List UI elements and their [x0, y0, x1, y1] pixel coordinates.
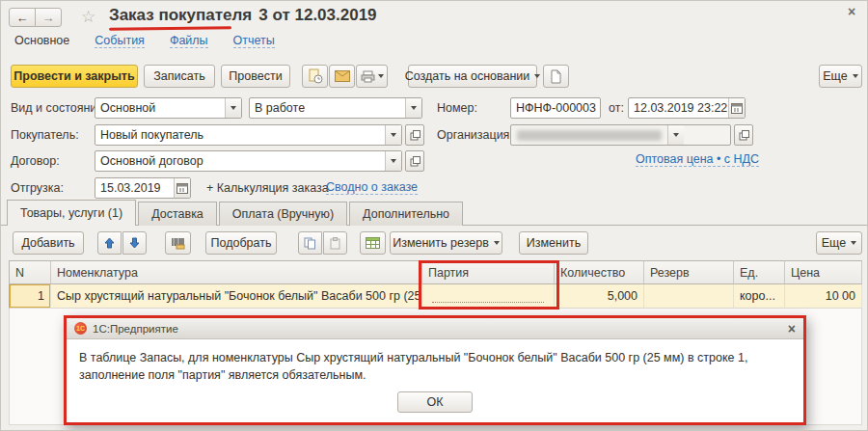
tab-label: Доставка	[151, 207, 203, 221]
date-calendar-button[interactable]	[728, 98, 745, 118]
cell-n[interactable]: 1	[9, 284, 51, 309]
number-label: Номер:	[437, 97, 477, 119]
col-header-unit[interactable]: Ед.	[734, 260, 785, 284]
dialog-ok-button[interactable]: ОК	[397, 391, 473, 413]
cell-reserve[interactable]	[644, 284, 734, 309]
move-up-button[interactable]	[97, 231, 122, 255]
col-header-n[interactable]: N	[9, 260, 51, 284]
cell-batch[interactable]	[422, 284, 555, 309]
1c-logo-icon: 1С	[74, 322, 87, 335]
items-more-dropdown-icon	[851, 241, 856, 245]
copy-row-button[interactable]	[298, 231, 322, 255]
calendar-icon	[176, 182, 188, 194]
show-postings-button[interactable]	[302, 65, 328, 88]
page-title-rest: 3 от 12.03.2019	[258, 6, 376, 24]
items-more-label: Еще	[822, 236, 846, 250]
open-form-icon	[410, 130, 420, 141]
organization-value-blurred	[517, 130, 662, 141]
barcode-icon	[171, 237, 185, 250]
date-input[interactable]: 12.03.2019 23:22:17	[628, 97, 746, 119]
add-row-button[interactable]: Добавить	[13, 231, 84, 255]
col-header-batch[interactable]: Партия	[422, 260, 555, 284]
post-button[interactable]: Провести	[221, 65, 290, 88]
organization-dropdown[interactable]	[667, 125, 684, 145]
nav-events[interactable]: События	[95, 34, 145, 48]
customer-select[interactable]: Новый покупатель	[95, 124, 402, 146]
nav-reports[interactable]: Отчеты	[233, 34, 275, 48]
shipment-calendar-button[interactable]	[174, 178, 190, 198]
col-header-quantity[interactable]: Количество	[555, 260, 644, 284]
create-based-on-button[interactable]: Создать на основании	[408, 65, 537, 88]
arrow-down-icon	[129, 237, 140, 249]
items-more-button[interactable]: Еще	[816, 231, 862, 255]
tab-payment[interactable]: Оплата (Вручную)	[219, 202, 347, 226]
move-down-button[interactable]	[122, 231, 147, 255]
order-calculation-text[interactable]: + Калькуляция заказа	[206, 181, 329, 195]
contract-label: Договор:	[11, 150, 60, 172]
warning-dialog: 1С 1С:Предприятие × В таблице Запасы, дл…	[64, 315, 806, 425]
contract-select[interactable]: Основной договор	[95, 150, 402, 172]
save-button[interactable]: Записать	[144, 65, 215, 88]
organization-select[interactable]	[510, 124, 731, 146]
app-window: ← → ☆ Заказ покупателя3 от 12.03.2019 × …	[0, 0, 868, 431]
col-header-nomenclature[interactable]: Номенклатура	[51, 260, 422, 284]
tab-label: Товары, услуги (1)	[20, 206, 122, 220]
create-based-on-dropdown-icon	[534, 74, 540, 78]
tab-goods-services[interactable]: Товары, услуги (1)	[7, 200, 136, 226]
barcode-scan-button[interactable]	[165, 231, 191, 255]
favorite-star-icon[interactable]: ☆	[81, 7, 95, 27]
document-icon	[550, 69, 562, 84]
post-and-close-button[interactable]: Провести и закрыть	[11, 65, 138, 88]
tab-delivery[interactable]: Доставка	[138, 202, 217, 226]
more-button[interactable]: Еще	[819, 65, 862, 88]
pick-items-button[interactable]: Подобрать	[205, 231, 277, 255]
nav-files[interactable]: Файлы	[170, 34, 208, 48]
cell-quantity[interactable]: 5,000	[555, 284, 644, 309]
more-label: Еще	[823, 69, 847, 83]
dropdown-icon	[673, 133, 679, 137]
order-kind-select[interactable]: Основной	[95, 97, 242, 119]
document-clock-icon	[308, 68, 323, 84]
dialog-titlebar[interactable]: 1С 1С:Предприятие ×	[67, 318, 803, 339]
organization-open-button[interactable]	[734, 124, 753, 146]
contract-dropdown[interactable]	[385, 151, 401, 171]
print-button[interactable]	[356, 65, 388, 88]
forward-button[interactable]: →	[35, 8, 62, 27]
order-summary-link[interactable]: Сводно о заказе	[326, 180, 418, 195]
contract-open-button[interactable]	[405, 150, 424, 172]
shipment-date-input[interactable]: 15.03.2019	[95, 177, 191, 199]
col-header-price[interactable]: Цена	[785, 260, 862, 284]
change-reserve-label: Изменить резерв	[393, 236, 489, 250]
add-row-label: Добавить	[21, 236, 74, 250]
page-title: Заказ покупателя3 от 12.03.2019	[109, 6, 377, 25]
back-button[interactable]: ←	[9, 8, 36, 27]
paste-icon	[329, 237, 341, 250]
forward-icon: →	[42, 11, 55, 25]
number-input[interactable]: НФНФ-000003	[510, 97, 601, 119]
send-email-button[interactable]	[329, 65, 355, 88]
dialog-close-icon[interactable]: ×	[788, 322, 796, 336]
customer-open-button[interactable]	[405, 124, 424, 146]
cell-unit[interactable]: коро...	[734, 284, 785, 309]
change-button[interactable]: Изменить	[519, 231, 588, 255]
tab-additional[interactable]: Дополнительно	[349, 202, 463, 226]
new-document-button[interactable]	[543, 65, 569, 88]
order-kind-dropdown[interactable]	[225, 98, 241, 118]
shipment-date-value: 15.03.2019	[95, 178, 174, 198]
cell-price[interactable]: 10 00	[785, 284, 862, 309]
table-settings-button[interactable]	[360, 231, 386, 255]
organization-label: Организация:	[437, 124, 513, 146]
save-label: Записать	[153, 69, 204, 83]
date-label: от:	[609, 97, 624, 119]
change-reserve-button[interactable]: Изменить резерв	[390, 231, 502, 255]
window-close-icon[interactable]: ×	[848, 4, 855, 19]
paste-row-button[interactable]	[323, 231, 347, 255]
cell-nomenclature[interactable]: Сыр хрустящий натуральный "Бочонок белый…	[51, 284, 422, 309]
col-header-reserve[interactable]: Резерв	[644, 260, 734, 284]
table-header-row: N Номенклатура Партия Количество Резерв …	[9, 260, 862, 284]
order-state-dropdown[interactable]	[405, 98, 421, 118]
price-type-link[interactable]: Оптовая цена • с НДС	[636, 152, 759, 167]
order-state-select[interactable]: В работе	[249, 97, 422, 119]
nav-main[interactable]: Основное	[14, 34, 69, 48]
customer-dropdown[interactable]	[385, 125, 401, 145]
